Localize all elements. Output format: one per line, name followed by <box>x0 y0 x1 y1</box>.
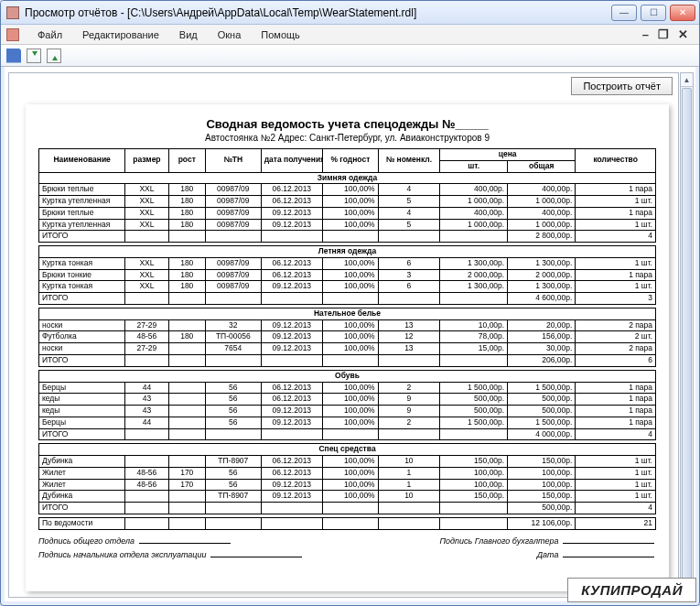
table-row: ДубинкаТП-890709.12.2013100,00%10150,00р… <box>39 491 656 503</box>
table-row: кеды435606.12.2013100,00%9500,00р.500,00… <box>39 394 656 406</box>
section-total: ИТОГО206,00р.6 <box>39 355 656 367</box>
hdr-qty: количество <box>576 149 656 173</box>
report-area: Построить отчёт Сводная ведомость учета … <box>8 72 679 598</box>
table-row: Куртка тонкаяXXL18000987/0906.12.2013100… <box>39 257 656 269</box>
sig-dept: Подпись общего отдела <box>38 536 135 546</box>
section-total: ИТОГО2 800,00р.4 <box>39 231 656 243</box>
save-icon[interactable] <box>6 49 21 63</box>
menu-file[interactable]: Файл <box>28 27 71 42</box>
section-header: Зимняя одежда <box>39 172 656 184</box>
sig-head: Подпись начальника отдела эксплуатации <box>38 550 206 559</box>
table-row: Жилет48-561705609.12.2013100,00%1100,00р… <box>39 479 656 491</box>
window-controls: — ☐ ✕ <box>611 5 695 21</box>
report-title: Сводная ведомость учета спецодежды №____… <box>38 117 656 131</box>
table-row: Берцы445609.12.2013100,00%21 500,00р.1 5… <box>39 417 656 428</box>
menu-help[interactable]: Помощь <box>252 27 309 42</box>
hdr-price: цена <box>440 149 576 161</box>
titlebar: Просмотр отчётов - [C:\Users\Андрей\AppD… <box>1 1 699 25</box>
minimize-button[interactable]: — <box>611 5 637 21</box>
grand-total: По ведомости12 106,00р.21 <box>39 517 656 529</box>
hdr-nomen: № номенкл. <box>378 149 439 173</box>
scroll-thumb[interactable] <box>682 88 692 582</box>
table-row: Брюки тонкиеXXL18000987/0906.12.2013100,… <box>39 269 656 281</box>
table-row: Брюки теплыеXXL18000987/0909.12.2013100,… <box>39 207 656 219</box>
hdr-date: дата получения <box>261 149 322 173</box>
build-report-button[interactable]: Построить отчёт <box>571 77 673 95</box>
table-row: Брюки теплыеXXL18000987/0906.12.2013100,… <box>39 184 656 196</box>
hdr-height: рост <box>168 149 205 173</box>
menu-edit[interactable]: Редактирование <box>73 27 168 42</box>
section-header: Спец средства <box>39 444 656 456</box>
hdr-pct: % годност <box>323 149 379 173</box>
table-row: Берцы445606.12.2013100,00%21 500,00р.1 5… <box>39 382 656 394</box>
export-icon[interactable] <box>47 49 61 63</box>
window-title: Просмотр отчётов - [C:\Users\Андрей\AppD… <box>25 6 611 19</box>
sig-accountant: Подпись Главного бухгалтера <box>439 536 558 546</box>
hdr-price-unit: шт. <box>440 160 508 172</box>
mdi-controls: – ❐ ✕ <box>642 27 694 41</box>
maximize-button[interactable]: ☐ <box>641 5 666 21</box>
watermark: КУПИПРОДАЙ <box>567 578 696 602</box>
toolbar <box>1 45 699 67</box>
hdr-tn: №ТН <box>205 149 261 173</box>
menubar: Файл Редактирование Вид Окна Помощь – ❐ … <box>1 25 699 45</box>
hdr-price-total: общая <box>508 160 576 172</box>
menu-view[interactable]: Вид <box>170 27 207 42</box>
report-table: Наименование размер рост №ТН дата получе… <box>38 148 656 530</box>
scroll-up-icon[interactable]: ▲ <box>681 73 693 87</box>
section-total: ИТОГО4 600,00р.3 <box>39 293 656 305</box>
signatures: Подпись общего отдела Подпись Главного б… <box>38 536 656 559</box>
table-row: кеды435609.12.2013100,00%9500,00р.500,00… <box>39 406 656 417</box>
hdr-size: размер <box>125 149 168 173</box>
table-row: Жилет48-561705606.12.2013100,00%1100,00р… <box>39 467 656 479</box>
mdi-close[interactable]: ✕ <box>678 27 688 41</box>
sig-date: Дата <box>537 550 559 559</box>
section-header: Нательное белье <box>39 308 656 319</box>
section-header: Обувь <box>39 370 656 382</box>
table-row: Футболка48-56180ТП-0005609.12.2013100,00… <box>39 331 656 343</box>
table-row: носки27-29765409.12.2013100,00%1315,00р.… <box>39 343 656 355</box>
mdi-restore[interactable]: ❐ <box>658 27 669 41</box>
section-header: Летняя одежда <box>39 246 656 258</box>
table-row: Куртка тонкаяXXL18000987/0909.12.2013100… <box>39 281 656 293</box>
menu-window[interactable]: Окна <box>209 27 251 42</box>
section-total: ИТОГО4 000,00р.4 <box>39 428 656 440</box>
table-header: Наименование размер рост №ТН дата получе… <box>39 149 656 173</box>
import-icon[interactable] <box>27 49 41 63</box>
mdi-minimize[interactable]: – <box>642 27 649 41</box>
app-icon <box>6 6 19 19</box>
app-window: Просмотр отчётов - [C:\Users\Андрей\AppD… <box>0 0 700 606</box>
table-row: Куртка утепленнаяXXL18000987/0909.12.201… <box>39 219 656 231</box>
report-page: Сводная ведомость учета спецодежды №____… <box>26 104 669 591</box>
table-row: носки27-293209.12.2013100,00%1310,00р.20… <box>39 319 656 331</box>
table-row: ДубинкаТП-890706.12.2013100,00%10150,00р… <box>39 456 656 468</box>
form-icon <box>6 28 19 41</box>
close-button[interactable]: ✕ <box>670 5 695 21</box>
section-total: ИТОГО500,00р.4 <box>39 503 656 514</box>
table-row: Куртка утепленнаяXXL18000987/0906.12.201… <box>39 196 656 208</box>
report-subtitle: Автостоянка №2 Адрес: Санкт-Петербург, у… <box>38 133 656 143</box>
vertical-scrollbar[interactable]: ▲ ▼ <box>680 72 694 598</box>
hdr-name: Наименование <box>39 149 125 173</box>
table-body: Зимняя одеждаБрюки теплыеXXL18000987/090… <box>39 172 656 529</box>
